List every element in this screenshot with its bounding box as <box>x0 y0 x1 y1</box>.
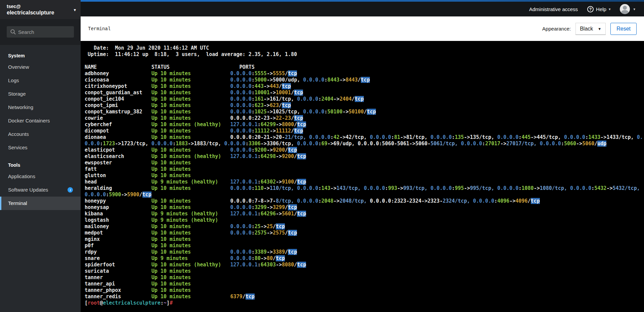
container-row: dicompot Up 10 minutes 0.0.0.0:11112->11… <box>85 128 644 134</box>
container-row: adbhoney Up 10 minutes 0.0.0.0:5555->555… <box>85 70 644 77</box>
sidebar-item-label: Services <box>8 141 28 154</box>
container-row: ciscoasa Up 10 minutes 0.0.0.0:5000->500… <box>85 77 644 83</box>
terminal-line: Uptime: 11:46:12 up 8:18, 3 users, load … <box>85 51 644 58</box>
sidebar-item-storage[interactable]: Storage <box>0 87 81 101</box>
container-row: tanner_api Up 10 minutes <box>85 281 644 287</box>
reset-button[interactable]: Reset <box>610 23 637 35</box>
container-row: medpot Up 10 minutes 0.0.0.0:2575->2575/… <box>85 230 644 236</box>
container-row: tanner Up 10 minutes <box>85 274 644 281</box>
container-row: conpot_guardian_ast Up 10 minutes 0.0.0.… <box>85 90 644 96</box>
search-icon <box>10 29 16 35</box>
question-icon: ? <box>587 6 594 12</box>
container-row: ewsposter Up 10 minutes <box>85 160 644 166</box>
help-label: Help <box>596 6 606 12</box>
terminal-line: NAME STATUS PORTS <box>85 64 644 70</box>
sidebar-item-docker-containers[interactable]: Docker Containers <box>0 114 81 127</box>
container-row: cowrie Up 10 minutes 0.0.0.0:22-23->22-2… <box>85 115 644 121</box>
sidebar-item-label: Terminal <box>8 197 27 210</box>
sidebar-item-label: Overview <box>8 60 29 74</box>
container-row: snare Up 9 minutes 0.0.0.0:80->80/tcp <box>85 255 644 262</box>
sidebar-item-logs[interactable]: Logs <box>0 74 81 87</box>
masthead: Administrative access ? Help ▾ ▾ <box>81 2 644 16</box>
sidebar-item-overview[interactable]: Overview <box>0 60 81 74</box>
container-row: conpot_kamstrup_382 Up 10 minutes 0.0.0.… <box>85 109 644 115</box>
sidebar-group-title: Tools <box>0 154 81 170</box>
chevron-down-icon: ▾ <box>74 7 76 12</box>
container-row: fatt Up 10 minutes <box>85 166 644 172</box>
brand-block[interactable]: tsec@ electricalsculpture ▾ <box>0 0 81 19</box>
sidebar-item-label: Networking <box>8 101 33 114</box>
container-row: rdpy Up 10 minutes 0.0.0.0:3389->3389/tc… <box>85 249 644 255</box>
container-row: elasticpot Up 10 minutes 0.0.0.0:9200->9… <box>85 147 644 153</box>
sidebar-item-label: Accounts <box>8 127 29 141</box>
terminal-line: 0.0.0:1723->1723/tcp, 0.0.0.0:1883->1883… <box>85 141 644 147</box>
admin-access-label: Administrative access <box>529 6 578 12</box>
container-row: mailoney Up 10 minutes 0.0.0.0:25->25/tc… <box>85 223 644 230</box>
container-row: nginx Up 10 minutes <box>85 236 644 243</box>
container-row: tanner_redis Up 10 minutes 6379/tcp <box>85 294 644 300</box>
chevron-down-icon: ▾ <box>609 7 611 11</box>
user-menu[interactable]: ▾ <box>620 4 635 14</box>
sidebar-item-services[interactable]: Services <box>0 141 81 154</box>
container-row: elasticsearch Up 10 minutes (healthy) 12… <box>85 153 644 160</box>
appearance-select[interactable]: Black ▼ <box>575 23 606 35</box>
container-row: honeypy Up 10 minutes 0.0.0.0:7-8->7-8/t… <box>85 198 644 204</box>
info-icon: i <box>68 187 73 193</box>
sidebar-item-label: Applications <box>8 170 35 183</box>
sidebar-group-title: System <box>0 45 81 60</box>
container-row: glutton Up 10 minutes <box>85 172 644 179</box>
sidebar-item-networking[interactable]: Networking <box>0 101 81 114</box>
sidebar-item-accounts[interactable]: Accounts <box>0 127 81 141</box>
sidebar-nav: SystemOverviewLogsStorageNetworkingDocke… <box>0 45 81 210</box>
container-row: dionaea Up 10 minutes 0.0.0.0:20-21->20-… <box>85 134 644 141</box>
container-row: conpot_ipmi Up 10 minutes 0.0.0.0:623->6… <box>85 102 644 109</box>
container-row: suricata Up 10 minutes <box>85 268 644 274</box>
container-row: head Up 9 minutes (healthy) 127.0.0.1:64… <box>85 179 644 185</box>
appearance-label: Appearance: <box>542 26 571 32</box>
page-title: Terminal <box>88 26 111 32</box>
terminal-line: [root@electricalsculpture:~]# <box>85 300 644 306</box>
help-menu[interactable]: ? Help ▾ <box>587 6 610 12</box>
container-row: p0f Up 10 minutes <box>85 243 644 249</box>
appearance-value: Black <box>580 26 593 32</box>
sidebar-item-terminal[interactable]: Terminal <box>0 197 81 210</box>
terminal-line <box>85 58 644 64</box>
sidebar-item-label: Docker Containers <box>8 114 50 127</box>
container-row: kibana Up 9 minutes (healthy) 127.0.0.1:… <box>85 211 644 217</box>
container-row: heralding Up 10 minutes 0.0.0.0:110->110… <box>85 185 644 192</box>
sidebar-item-label: Software Updates <box>8 183 48 197</box>
search-input[interactable] <box>7 26 74 38</box>
sidebar-item-label: Storage <box>8 87 26 101</box>
sidebar-item-software-updates[interactable]: Software Updatesi <box>0 183 81 197</box>
brand-user: tsec@ <box>7 3 75 9</box>
brand-hostname: electricalsculpture <box>7 9 75 16</box>
terminal-toolbar: Terminal Appearance: Black ▼ Reset <box>81 16 644 41</box>
terminal-line: 0.0.0.0:5900->5900/tcp <box>85 192 644 198</box>
search-strip <box>0 19 81 45</box>
sidebar-item-label: Logs <box>8 74 19 87</box>
terminal-output[interactable]: Date: Mon 29 Jun 2020 11:46:12 AM UTC Up… <box>81 41 644 312</box>
sidebar: SystemOverviewLogsStorageNetworkingDocke… <box>0 19 81 312</box>
avatar <box>620 4 630 14</box>
container-row: citrixhoneypot Up 10 minutes 0.0.0.0:443… <box>85 83 644 90</box>
container-row: cyberchef Up 10 minutes (healthy) 127.0.… <box>85 121 644 128</box>
container-row: logstash Up 9 minutes (healthy) <box>85 217 644 223</box>
container-row: tanner_phpox Up 10 minutes <box>85 287 644 294</box>
terminal-line: Date: Mon 29 Jun 2020 11:46:12 AM UTC <box>85 45 644 51</box>
container-row: spiderfoot Up 10 minutes (healthy) 127.0… <box>85 262 644 268</box>
container-row: conpot_iec104 Up 10 minutes 0.0.0.0:161-… <box>85 96 644 102</box>
sidebar-item-applications[interactable]: Applications <box>0 170 81 183</box>
chevron-down-icon: ▼ <box>598 27 601 31</box>
chevron-down-icon: ▾ <box>633 7 635 11</box>
container-row: honeysap Up 10 minutes 0.0.0.0:3299->329… <box>85 204 644 211</box>
